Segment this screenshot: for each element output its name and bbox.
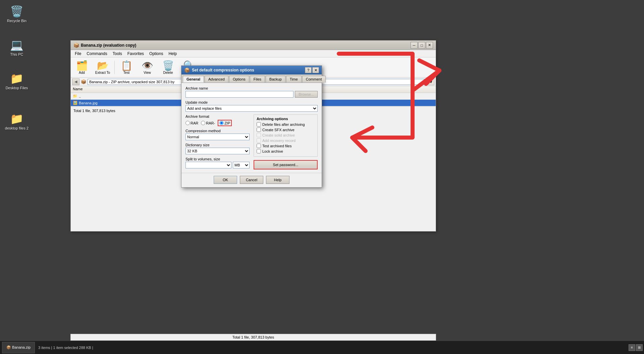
taskbar-status: ≡ ⊞	[626, 344, 643, 351]
bottom-status-text: Total 1 file, 307,813 bytes	[232, 335, 274, 339]
right-column: Archiving options Delete files after arc…	[254, 114, 318, 169]
tab-comment[interactable]: Comment	[302, 76, 326, 83]
winrar-title-icon: 📦	[73, 43, 79, 48]
compression-method-select[interactable]: Normal Store Fastest Fast Good Best	[185, 134, 250, 140]
this-pc-label: This PC	[10, 52, 23, 56]
radio-rar[interactable]: RAR	[185, 121, 198, 125]
archiving-options-box: Archiving options Delete files after arc…	[254, 114, 318, 157]
path-icon: 📦	[81, 79, 86, 85]
checkbox-create-solid	[257, 133, 261, 137]
toolbar-add[interactable]: 🗂️ Add	[72, 58, 92, 77]
update-mode-select[interactable]: Add and replace files Update and add fil…	[185, 105, 318, 112]
split-size-select[interactable]	[185, 162, 231, 168]
dictionary-size-select[interactable]: 32 KB 64 KB 128 KB 256 KB 512 KB	[185, 148, 250, 154]
desktop-icon-desktop-files[interactable]: 📁 Desktop Files	[3, 70, 30, 91]
dialog-tabs: General Advanced Options Files Backup Ti…	[181, 74, 322, 83]
ok-button[interactable]: OK	[214, 176, 237, 184]
toolbar-view-label: View	[144, 71, 151, 74]
checkbox-delete-files[interactable]	[257, 122, 261, 127]
tab-backup[interactable]: Backup	[266, 76, 285, 83]
minimize-button[interactable]: ─	[411, 42, 418, 49]
radio-rar5[interactable]: RAR-	[201, 121, 215, 125]
tab-options[interactable]: Options	[229, 76, 249, 83]
left-column: Archive format RAR RAR- ZIP Compr	[185, 114, 250, 169]
taskbar-view-icons: ≡ ⊞	[629, 344, 643, 351]
update-mode-label: Update mode	[185, 100, 318, 104]
toolbar-test[interactable]: 📋 Test	[117, 58, 136, 77]
radio-zip-input[interactable]	[219, 121, 224, 125]
desktop-icon-this-pc[interactable]: 💻 This PC	[3, 37, 30, 58]
dialog-controls: ? ✕	[305, 67, 319, 73]
addr-dropdown-button[interactable]: ▼	[428, 79, 434, 85]
tab-general[interactable]: General	[183, 76, 204, 83]
checkbox-create-sfx[interactable]	[257, 128, 261, 132]
browse-button[interactable]: Browse...	[295, 91, 318, 98]
archive-name-row: Browse...	[185, 91, 318, 98]
taskbar: 📦 Banana.zip 3 items | 1 item selected 2…	[0, 341, 644, 354]
tab-advanced[interactable]: Advanced	[205, 76, 228, 83]
status-text: Total 1 file, 307,813 bytes	[73, 109, 115, 113]
maximize-button[interactable]: □	[418, 42, 425, 49]
toolbar-delete-label: Delete	[163, 71, 173, 74]
taskbar-items-info: 3 items | 1 item selected 288 KB |	[38, 346, 93, 350]
menu-options[interactable]: Options	[147, 51, 166, 57]
menu-help[interactable]: Help	[166, 51, 179, 57]
archive-name-label: Archive name	[185, 86, 318, 90]
desktop-icon-desktop-files-2[interactable]: 📁 desktop files 2	[3, 111, 30, 132]
option-create-solid: Create solid archive	[257, 133, 315, 137]
taskbar-winrar[interactable]: 📦 Banana.zip	[2, 342, 35, 353]
toolbar-add-label: Add	[79, 71, 85, 74]
radio-rar5-input[interactable]	[201, 121, 205, 125]
checkbox-lock-archive[interactable]	[257, 149, 261, 153]
list-view-button[interactable]: ≡	[629, 344, 635, 351]
dictionary-size-label: Dictionary size	[185, 143, 250, 147]
dialog-help-button[interactable]: ?	[305, 67, 312, 73]
option-create-sfx[interactable]: Create SFX archive	[257, 128, 315, 132]
dialog-title-text: Set default compression options	[192, 68, 305, 72]
cancel-button[interactable]: Cancel	[240, 176, 263, 184]
archive-format-group: RAR RAR- ZIP	[185, 120, 250, 126]
dialog-titlebar: 📦 Set default compression options ? ✕	[181, 66, 322, 74]
toolbar-extract-label: Extract To	[95, 71, 110, 74]
dictionary-size-row: 32 KB 64 KB 128 KB 256 KB 512 KB	[185, 148, 250, 154]
dialog-close-button[interactable]: ✕	[312, 67, 319, 73]
help-button[interactable]: Help	[266, 176, 289, 184]
toolbar-delete[interactable]: 🗑️ Delete	[158, 58, 178, 77]
winrar-titlebar: 📦 Banana.zip (evaluation copy) ─ □ ✕	[71, 41, 436, 50]
toolbar-extract-to[interactable]: 📂 Extract To	[93, 58, 112, 77]
close-button[interactable]: ✕	[426, 42, 433, 49]
menu-commands[interactable]: Commands	[84, 51, 110, 57]
split-unit-select[interactable]: MB KB GB	[233, 162, 250, 168]
compression-method-row: Normal Store Fastest Fast Good Best	[185, 134, 250, 140]
col-name[interactable]: Name	[71, 86, 188, 93]
winrar-menubar: File Commands Tools Favorites Options He…	[71, 50, 436, 57]
file-name-parent: 📁 ..	[71, 94, 188, 98]
winrar-controls: ─ □ ✕	[411, 42, 433, 49]
archive-name-input[interactable]	[185, 91, 293, 98]
tab-time[interactable]: Time	[286, 76, 302, 83]
details-view-button[interactable]: ⊞	[636, 344, 643, 351]
dialog-content: Archive name Browse... Update mode Add a…	[181, 83, 322, 173]
compression-method-label: Compression method	[185, 129, 250, 133]
menu-favorites[interactable]: Favorites	[125, 51, 147, 57]
toolbar-sep-1	[114, 61, 115, 74]
desktop-icon-recycle-bin[interactable]: 🗑️ Recycle Bin	[3, 3, 30, 24]
toolbar-test-label: Test	[123, 71, 129, 74]
option-test-archived[interactable]: Test archived files	[257, 144, 315, 148]
toolbar-view[interactable]: 👁️ View	[138, 58, 157, 77]
archiving-options-title: Archiving options	[257, 117, 315, 121]
option-lock-archive[interactable]: Lock archive	[257, 149, 315, 153]
winrar-bottom-status: Total 1 file, 307,813 bytes	[70, 334, 436, 341]
two-col-section: Archive format RAR RAR- ZIP Compr	[185, 114, 318, 169]
set-password-button[interactable]: Set password...	[254, 160, 318, 169]
radio-zip[interactable]: ZIP	[218, 120, 232, 126]
winrar-title: Banana.zip (evaluation copy)	[81, 43, 411, 48]
menu-file[interactable]: File	[72, 51, 84, 57]
tab-files[interactable]: Files	[250, 76, 265, 83]
dialog-title-icon: 📦	[184, 67, 190, 73]
radio-rar-input[interactable]	[185, 121, 190, 125]
checkbox-test-archived[interactable]	[257, 144, 261, 148]
nav-back-button[interactable]: ◀	[72, 79, 79, 85]
menu-tools[interactable]: Tools	[110, 51, 125, 57]
option-delete-files[interactable]: Delete files after archiving	[257, 122, 315, 127]
